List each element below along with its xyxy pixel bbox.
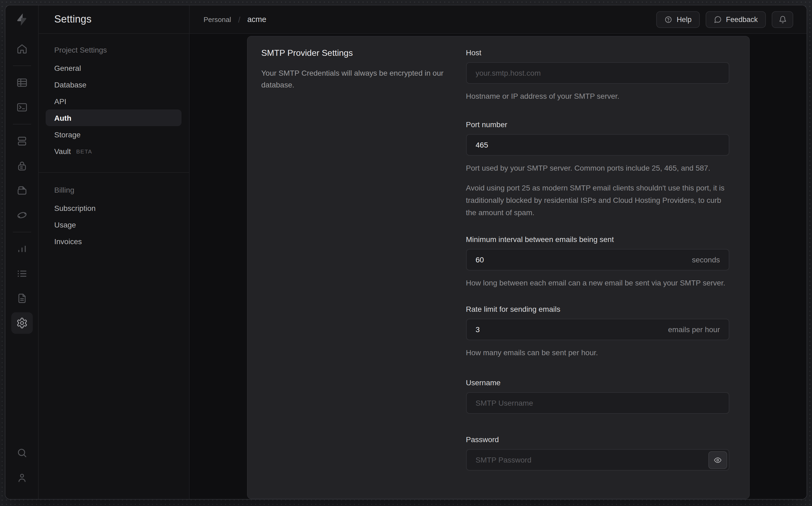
topbar: Personal / acme Help Feedback: [190, 5, 807, 34]
password-label: Password: [466, 435, 729, 444]
sidebar-item-auth[interactable]: Auth: [46, 109, 181, 126]
breadcrumb: Personal / acme: [204, 15, 267, 24]
smtp-password-input[interactable]: [466, 449, 729, 471]
settings-sidebar-body: Project Settings General Database API Au…: [39, 34, 189, 250]
host-label: Host: [466, 48, 729, 57]
smtp-section-title: SMTP Provider Settings: [261, 48, 444, 58]
desktop-background: Settings Project Settings General Databa…: [0, 0, 812, 506]
breadcrumb-project[interactable]: acme: [247, 15, 267, 24]
breadcrumb-separator: /: [238, 15, 240, 24]
interval-helper: How long between each email can a new em…: [466, 277, 729, 289]
reports-icon[interactable]: [11, 238, 32, 260]
interval-field-block: Minimum interval between emails being se…: [466, 235, 729, 289]
smtp-settings-card: SMTP Provider Settings Your SMTP Credent…: [247, 36, 749, 499]
rail-divider: [13, 232, 31, 232]
section-header-billing: Billing: [39, 186, 189, 199]
feedback-button[interactable]: Feedback: [706, 11, 766, 28]
eye-icon: [714, 456, 722, 464]
feedback-button-label: Feedback: [726, 15, 758, 23]
home-icon[interactable]: [11, 38, 32, 60]
supabase-lightning-icon: [14, 12, 29, 27]
toggle-password-visibility-button[interactable]: [708, 451, 727, 469]
host-input[interactable]: [466, 62, 729, 84]
password-field-block: Password: [466, 435, 729, 471]
smtp-card-intro: SMTP Provider Settings Your SMTP Credent…: [261, 48, 444, 499]
user-icon[interactable]: [11, 467, 32, 488]
username-label: Username: [466, 378, 729, 387]
sidebar-item-usage[interactable]: Usage: [39, 216, 189, 233]
sidebar-item-label: Vault: [54, 147, 71, 155]
help-button[interactable]: Help: [656, 11, 700, 28]
auth-lock-icon[interactable]: [11, 155, 32, 177]
settings-sidebar: Settings Project Settings General Databa…: [39, 5, 190, 499]
rail-divider: [13, 124, 31, 124]
docs-icon[interactable]: [11, 287, 32, 309]
section-header-project-settings: Project Settings: [39, 46, 189, 60]
settings-gear-icon[interactable]: [11, 312, 32, 334]
sidebar-item-api[interactable]: API: [39, 93, 189, 109]
sidebar-item-subscription[interactable]: Subscription: [39, 199, 189, 216]
feedback-icon: [714, 15, 722, 23]
port-field-block: Port number Port used by your SMTP serve…: [466, 120, 729, 219]
logs-icon[interactable]: [11, 263, 32, 284]
sidebar-item-storage[interactable]: Storage: [39, 126, 189, 143]
page-title: Settings: [54, 13, 91, 25]
host-field-block: Host Hostname or IP address of your SMTP…: [466, 48, 729, 102]
breadcrumb-org[interactable]: Personal: [204, 15, 231, 23]
settings-sidebar-header: Settings: [39, 5, 189, 34]
rate-label: Rate limit for sending emails: [466, 305, 729, 313]
interval-label: Minimum interval between emails being se…: [466, 235, 729, 244]
search-icon[interactable]: [11, 442, 32, 463]
rate-helper: How many emails can be sent per hour.: [466, 347, 729, 359]
content-area: SMTP Provider Settings Your SMTP Credent…: [190, 34, 807, 499]
rate-input[interactable]: [466, 319, 729, 340]
bell-icon: [779, 15, 787, 23]
rail-nav: [11, 38, 32, 337]
beta-badge: BETA: [76, 148, 92, 154]
topbar-actions: Help Feedback: [656, 11, 793, 28]
storage-icon[interactable]: [11, 180, 32, 201]
smtp-section-description: Your SMTP Credentials will always be enc…: [261, 67, 444, 91]
sql-editor-icon[interactable]: [11, 97, 32, 118]
port-input[interactable]: [466, 134, 729, 156]
rail-bottom: [11, 442, 32, 499]
edge-functions-icon[interactable]: [11, 204, 32, 226]
sidebar-item-database[interactable]: Database: [39, 76, 189, 93]
sidebar-item-vault[interactable]: Vault BETA: [39, 143, 189, 159]
smtp-form: Host Hostname or IP address of your SMTP…: [466, 48, 729, 499]
database-icon[interactable]: [11, 131, 32, 152]
sidebar-item-invoices[interactable]: Invoices: [39, 233, 189, 250]
username-field-block: Username: [466, 378, 729, 414]
port-label: Port number: [466, 120, 729, 129]
rail-divider: [13, 66, 31, 66]
icon-rail: [5, 5, 39, 499]
port-note: Avoid using port 25 as modern SMTP email…: [466, 182, 729, 219]
port-helper: Port used by your SMTP server. Common po…: [466, 162, 729, 174]
smtp-username-input[interactable]: [466, 392, 729, 414]
help-icon: [664, 15, 672, 23]
sidebar-item-general[interactable]: General: [39, 60, 189, 76]
notifications-button[interactable]: [772, 11, 793, 28]
interval-input[interactable]: [466, 249, 729, 270]
help-button-label: Help: [677, 15, 692, 23]
app-window: Settings Project Settings General Databa…: [5, 5, 807, 500]
rate-field-block: Rate limit for sending emails emails per…: [466, 305, 729, 359]
table-editor-icon[interactable]: [11, 72, 32, 93]
sidebar-divider: [39, 172, 189, 173]
host-helper: Hostname or IP address of your SMTP serv…: [466, 90, 729, 102]
main-column: Personal / acme Help Feedback: [190, 5, 807, 499]
